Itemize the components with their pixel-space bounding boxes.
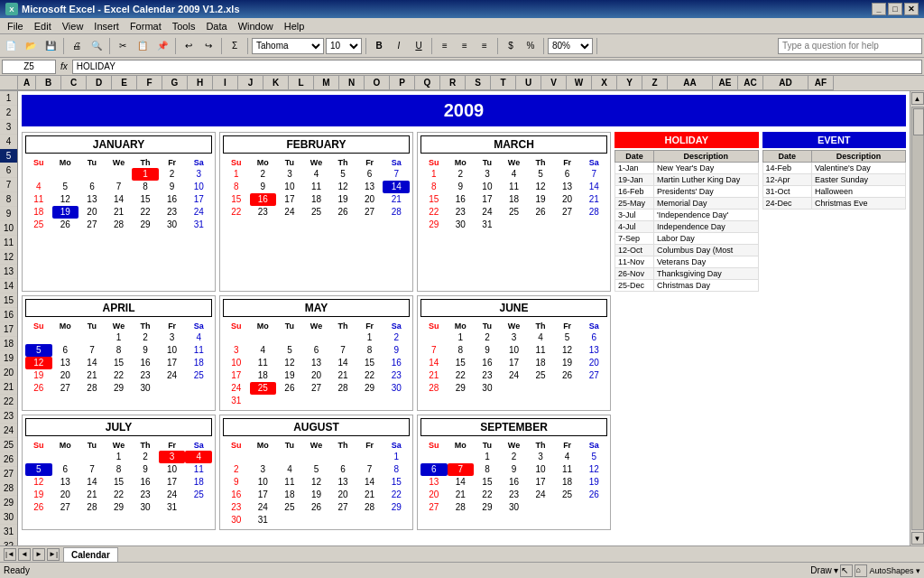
- percent-button[interactable]: %: [522, 37, 540, 55]
- row-1[interactable]: 1: [0, 91, 17, 106]
- print-preview-button[interactable]: 🔍: [88, 37, 106, 55]
- row-22[interactable]: 22: [0, 395, 17, 409]
- col-d[interactable]: D: [87, 76, 112, 90]
- autoshapes-label[interactable]: AutoShapes ▾: [869, 566, 920, 575]
- row-11[interactable]: 11: [0, 236, 17, 250]
- align-center-button[interactable]: ≡: [456, 37, 474, 55]
- save-button[interactable]: 💾: [42, 37, 60, 55]
- row-27[interactable]: 27: [0, 467, 17, 481]
- row-25[interactable]: 25: [0, 438, 17, 452]
- zoom-selector[interactable]: 80%: [548, 38, 593, 54]
- sum-button[interactable]: Σ: [226, 37, 244, 55]
- cell-reference[interactable]: [2, 60, 56, 74]
- tab-next-button[interactable]: ►: [32, 548, 45, 561]
- col-z[interactable]: Z: [642, 76, 668, 90]
- row-16[interactable]: 16: [0, 308, 17, 322]
- row-21[interactable]: 21: [0, 380, 17, 395]
- row-19[interactable]: 19: [0, 351, 17, 366]
- scroll-down-button[interactable]: ▼: [911, 532, 924, 545]
- col-b[interactable]: B: [36, 76, 61, 90]
- col-q[interactable]: Q: [415, 76, 440, 90]
- col-j[interactable]: J: [238, 76, 263, 90]
- row-6[interactable]: 6: [0, 163, 17, 178]
- col-r[interactable]: R: [440, 76, 466, 90]
- row-13[interactable]: 13: [0, 265, 17, 279]
- col-k[interactable]: K: [263, 76, 289, 90]
- print-button[interactable]: 🖨: [68, 37, 86, 55]
- cut-button[interactable]: ✂: [114, 37, 132, 55]
- col-ac[interactable]: AC: [738, 76, 763, 90]
- col-l[interactable]: L: [289, 76, 314, 90]
- redo-button[interactable]: ↪: [199, 37, 217, 55]
- col-p[interactable]: P: [390, 76, 415, 90]
- col-ab[interactable]: AE: [713, 76, 738, 90]
- col-m[interactable]: M: [314, 76, 339, 90]
- row-18[interactable]: 18: [0, 337, 17, 351]
- menu-data[interactable]: Data: [200, 20, 232, 33]
- menu-insert[interactable]: Insert: [88, 20, 125, 33]
- menu-view[interactable]: View: [57, 20, 89, 33]
- col-ad[interactable]: AD: [763, 76, 808, 90]
- row-29[interactable]: 29: [0, 496, 17, 510]
- col-x[interactable]: X: [592, 76, 617, 90]
- col-o[interactable]: O: [365, 76, 390, 90]
- tab-prev-button[interactable]: ◄: [18, 548, 31, 561]
- scroll-thumb[interactable]: [913, 108, 924, 135]
- col-n[interactable]: N: [339, 76, 365, 90]
- tab-first-button[interactable]: |◄: [4, 548, 16, 561]
- sheet-tab-calendar[interactable]: Calendar: [63, 547, 118, 562]
- new-button[interactable]: 📄: [2, 37, 20, 55]
- col-c[interactable]: C: [61, 76, 87, 90]
- scroll-track[interactable]: [911, 107, 924, 530]
- tab-last-button[interactable]: ►|: [47, 548, 60, 561]
- copy-button[interactable]: 📋: [134, 37, 152, 55]
- close-button[interactable]: ✕: [904, 3, 919, 15]
- bold-button[interactable]: B: [370, 37, 388, 55]
- align-right-button[interactable]: ≡: [476, 37, 494, 55]
- size-selector[interactable]: 10: [326, 38, 362, 54]
- maximize-button[interactable]: □: [888, 3, 902, 15]
- col-ae[interactable]: AF: [808, 76, 834, 90]
- col-g[interactable]: G: [162, 76, 188, 90]
- help-input[interactable]: [778, 38, 922, 54]
- row-8[interactable]: 8: [0, 192, 17, 207]
- col-f[interactable]: F: [137, 76, 162, 90]
- col-a[interactable]: A: [18, 76, 36, 90]
- scroll-up-button[interactable]: ▲: [911, 92, 924, 105]
- row-15[interactable]: 15: [0, 294, 17, 308]
- italic-button[interactable]: I: [390, 37, 408, 55]
- row-5[interactable]: 5: [0, 149, 17, 163]
- currency-button[interactable]: $: [502, 37, 520, 55]
- col-s[interactable]: S: [466, 76, 491, 90]
- col-i[interactable]: I: [213, 76, 238, 90]
- row-28[interactable]: 28: [0, 481, 17, 496]
- col-aa[interactable]: AA: [668, 76, 713, 90]
- menu-file[interactable]: File: [2, 20, 29, 33]
- row-26[interactable]: 26: [0, 452, 17, 467]
- row-4[interactable]: 4: [0, 135, 17, 149]
- col-h[interactable]: H: [188, 76, 213, 90]
- menu-tools[interactable]: Tools: [167, 20, 201, 33]
- row-12[interactable]: 12: [0, 250, 17, 265]
- align-left-button[interactable]: ≡: [436, 37, 454, 55]
- col-v[interactable]: V: [541, 76, 567, 90]
- font-selector[interactable]: Tahoma: [252, 38, 324, 54]
- paste-button[interactable]: 📌: [153, 37, 171, 55]
- autoshapes-button[interactable]: ⌂: [855, 564, 867, 577]
- row-3[interactable]: 3: [0, 120, 17, 135]
- row-31[interactable]: 31: [0, 525, 17, 539]
- row-24[interactable]: 24: [0, 424, 17, 438]
- row-32[interactable]: 32: [0, 539, 17, 545]
- row-10[interactable]: 10: [0, 221, 17, 236]
- col-u[interactable]: U: [516, 76, 541, 90]
- row-17[interactable]: 17: [0, 322, 17, 337]
- menu-edit[interactable]: Edit: [29, 20, 57, 33]
- menu-window[interactable]: Window: [233, 20, 279, 33]
- row-23[interactable]: 23: [0, 409, 17, 424]
- row-2[interactable]: 2: [0, 106, 17, 120]
- row-7[interactable]: 7: [0, 178, 17, 192]
- open-button[interactable]: 📂: [22, 37, 40, 55]
- col-y[interactable]: Y: [617, 76, 642, 90]
- menu-format[interactable]: Format: [125, 20, 167, 33]
- minimize-button[interactable]: _: [872, 3, 886, 15]
